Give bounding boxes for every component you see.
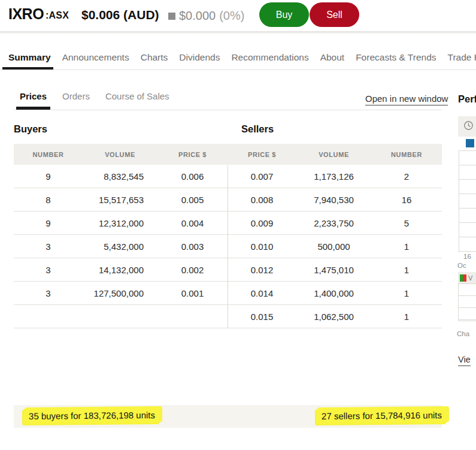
- change-value: $0.000: [179, 9, 216, 23]
- col-seller-price: PRICE $: [228, 151, 296, 158]
- chart-axis-tick: 16: [463, 253, 471, 260]
- tab-about[interactable]: About: [320, 52, 345, 70]
- chart-toggle-label: V: [468, 274, 472, 282]
- col-seller-number: NUMBER: [371, 151, 442, 158]
- depth-table-header: NUMBER VOLUME PRICE $ PRICE $ VOLUME NUM…: [14, 144, 442, 165]
- side-panel-mini-table: [458, 283, 476, 321]
- change-percent: (0%): [219, 9, 244, 23]
- depth-sub-tabs: Prices Orders Course of Sales: [20, 91, 169, 110]
- subtab-prices[interactable]: Prices: [20, 91, 47, 110]
- no-change-icon: [168, 13, 175, 20]
- tab-recommendations[interactable]: Recommendations: [231, 52, 308, 70]
- main-tab-bar: Summary Announcements Charts Dividends R…: [8, 50, 476, 70]
- tab-forecasts-trends[interactable]: Forecasts & Trends: [356, 52, 436, 70]
- col-buyer-volume: VOLUME: [83, 151, 157, 158]
- sell-button[interactable]: Sell: [310, 2, 359, 27]
- quote-change: $0.000 (0%): [168, 9, 244, 23]
- col-buyer-price: PRICE $: [157, 151, 228, 158]
- candlestick-icon: [460, 274, 466, 282]
- tab-charts[interactable]: Charts: [141, 52, 168, 70]
- chart-footnote: Cha: [457, 330, 469, 337]
- col-buyer-number: NUMBER: [14, 151, 83, 158]
- chart-type-toggle[interactable]: V: [458, 272, 476, 283]
- mini-chart-grid: [459, 150, 476, 252]
- sub-tab-divider: [14, 110, 442, 110]
- header-divider: [0, 31, 476, 34]
- clock-icon: [463, 120, 474, 133]
- view-more-link[interactable]: Vie: [458, 355, 471, 366]
- buyers-heading: Buyers: [14, 123, 47, 135]
- ticker-exchange: :ASX: [46, 10, 69, 21]
- chart-period-button[interactable]: [458, 116, 476, 137]
- tab-trade-history[interactable]: Trade History: [448, 52, 476, 70]
- depth-table-center-divider: [228, 165, 228, 328]
- open-in-new-window-link[interactable]: Open in new window: [365, 93, 448, 105]
- buy-button[interactable]: Buy: [259, 2, 309, 27]
- subtab-orders[interactable]: Orders: [62, 91, 90, 110]
- tab-summary[interactable]: Summary: [8, 52, 51, 70]
- chart-legend-blue-icon: [466, 139, 474, 147]
- tab-announcements[interactable]: Announcements: [62, 52, 129, 70]
- ticker-symbol: IXRO: [8, 5, 44, 23]
- buyers-summary-highlight: 35 buyers for 183,726,198 units: [23, 407, 160, 424]
- sellers-heading: Sellers: [241, 123, 274, 135]
- chart-axis-tick: Oc: [457, 262, 466, 269]
- performance-panel-title: Perf: [458, 93, 476, 105]
- subtab-course-of-sales[interactable]: Course of Sales: [105, 91, 169, 110]
- tab-dividends[interactable]: Dividends: [179, 52, 220, 70]
- col-seller-volume: VOLUME: [296, 151, 371, 158]
- quote-price: $0.006 (AUD): [81, 8, 159, 22]
- sellers-summary-highlight: 27 sellers for 15,784,916 units: [316, 407, 447, 424]
- tab-bar-divider: [0, 70, 476, 70]
